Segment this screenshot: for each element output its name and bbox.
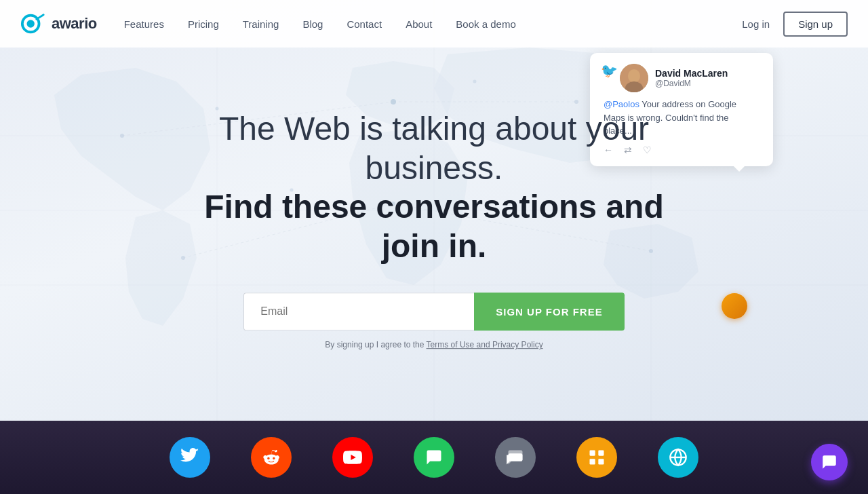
nav-features[interactable]: Features bbox=[124, 18, 164, 30]
svg-point-18 bbox=[574, 100, 578, 104]
svg-point-1 bbox=[27, 20, 35, 27]
svg-rect-29 bbox=[598, 451, 604, 456]
tweet-avatar bbox=[620, 64, 648, 92]
hero-content: The Web is talking about your business. … bbox=[190, 109, 678, 349]
youtube-icon bbox=[343, 448, 362, 467]
tweet-mention: @Paolos bbox=[604, 99, 639, 109]
hero-section: 🐦 David MacLaren @DavidM @Paolos Your ad… bbox=[0, 0, 868, 421]
web-icon bbox=[669, 448, 688, 467]
logo-link[interactable]: awario bbox=[20, 11, 97, 37]
twitter-icon bbox=[180, 448, 199, 467]
forum-icon bbox=[506, 448, 525, 467]
chat-bubble-button[interactable] bbox=[811, 444, 848, 480]
nav-links: Features Pricing Training Blog Contact A… bbox=[124, 18, 743, 30]
svg-point-25 bbox=[628, 69, 640, 83]
tweet-user-info: David MacLaren @DavidM bbox=[655, 68, 728, 88]
nav-training[interactable]: Training bbox=[243, 18, 279, 30]
nav-blog[interactable]: Blog bbox=[302, 18, 323, 30]
reddit-icon bbox=[262, 448, 281, 467]
hero-form: SIGN UP FOR FREE bbox=[190, 293, 678, 331]
nav-book-demo[interactable]: Book a demo bbox=[456, 18, 515, 30]
svg-rect-30 bbox=[590, 459, 595, 464]
reviews-icon bbox=[587, 448, 606, 467]
nav-pricing[interactable]: Pricing bbox=[188, 18, 219, 30]
social-youtube[interactable] bbox=[332, 437, 373, 478]
chat-bubble-icon bbox=[821, 453, 838, 471]
tweet-username: David MacLaren bbox=[655, 68, 728, 79]
svg-rect-28 bbox=[590, 451, 595, 456]
email-input[interactable] bbox=[243, 293, 474, 331]
news-icon bbox=[425, 448, 443, 467]
svg-point-14 bbox=[120, 134, 124, 138]
social-twitter[interactable] bbox=[170, 437, 210, 478]
hero-title-bold: Find these conversations and join in. bbox=[190, 187, 678, 265]
logo-text: awario bbox=[52, 15, 97, 33]
logo-icon bbox=[20, 11, 46, 37]
svg-point-21 bbox=[473, 80, 477, 83]
svg-point-15 bbox=[181, 256, 185, 260]
navbar: awario Features Pricing Training Blog Co… bbox=[0, 0, 868, 48]
nav-contact[interactable]: Contact bbox=[347, 18, 382, 30]
social-forum[interactable] bbox=[495, 437, 536, 478]
social-news[interactable] bbox=[414, 437, 454, 478]
svg-point-16 bbox=[391, 99, 396, 104]
hero-disclaimer: By signing up I agree to the Terms of Us… bbox=[190, 341, 678, 350]
svg-rect-31 bbox=[598, 459, 604, 464]
hero-title-light: The Web is talking about your business. bbox=[190, 109, 678, 187]
signup-cta-button[interactable]: SIGN UP FOR FREE bbox=[474, 293, 624, 331]
navbar-actions: Log in Sign up bbox=[742, 12, 848, 37]
nav-about[interactable]: About bbox=[406, 18, 432, 30]
terms-link[interactable]: Terms of Use and Privacy Policy bbox=[427, 341, 543, 350]
tweet-handle: @DavidM bbox=[655, 79, 728, 88]
twitter-bird-icon: 🐦 bbox=[601, 62, 618, 79]
tweet-header: 🐦 David MacLaren @DavidM bbox=[604, 64, 760, 92]
cursor-circle bbox=[722, 293, 747, 319]
social-reviews[interactable] bbox=[576, 437, 617, 478]
login-link[interactable]: Log in bbox=[742, 18, 770, 30]
signup-button[interactable]: Sign up bbox=[783, 12, 848, 37]
social-web[interactable] bbox=[658, 437, 698, 478]
bottom-section bbox=[0, 421, 868, 494]
social-reddit[interactable] bbox=[251, 437, 292, 478]
